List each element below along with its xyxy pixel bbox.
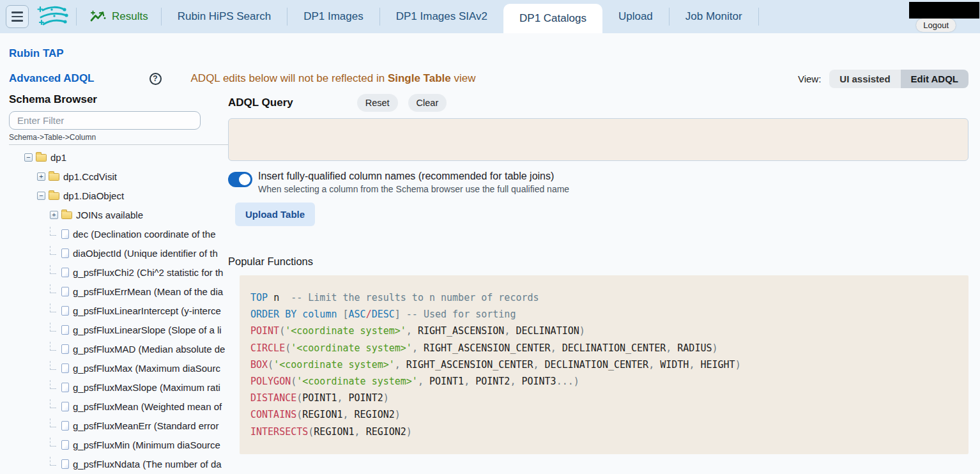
popular-functions-title: Popular Functions: [228, 256, 969, 268]
tree-item[interactable]: g_psfFluxMax (Maximum diaSourc: [9, 358, 228, 378]
tree-item-label: dec (Declination coordinate of the: [73, 229, 215, 240]
tab-label: Rubin HiPS Search: [178, 10, 271, 23]
column-icon: [61, 268, 69, 277]
tree-item-label: diaObjectId (Unique identifier of th: [73, 248, 218, 259]
adql-main-panel: ADQL Query Reset Clear Insert fully-qual…: [228, 93, 980, 474]
tree-item[interactable]: dec (Declination coordinate of the: [9, 224, 228, 243]
tree-item-label: dp1: [50, 152, 66, 163]
tree-item[interactable]: g_psfFluxErrMean (Mean of the dia: [9, 282, 228, 301]
column-icon: [61, 248, 69, 258]
tree-item[interactable]: g_psfFluxLinearSlope (Slope of a li: [9, 320, 228, 339]
tree-item-label: g_psfFluxLinearSlope (Slope of a li: [73, 325, 222, 335]
tree-item-label: g_psfFluxLinearIntercept (y-interce: [73, 305, 221, 316]
tree-item[interactable]: g_psfFluxNdata (The number of da: [9, 454, 228, 473]
view-toggle-group: View: UI assisted Edit ADQL: [798, 70, 969, 88]
tab-results[interactable]: Results: [77, 0, 161, 33]
view-edit-adql-button[interactable]: Edit ADQL: [901, 70, 969, 88]
tree-connector: [50, 303, 56, 312]
folder-icon: [49, 192, 59, 200]
tab-upload[interactable]: Upload: [602, 0, 669, 33]
tab-label: DP1 Catalogs: [519, 12, 586, 25]
logout-button[interactable]: Logout: [916, 19, 956, 32]
tree-item-label: g_psfFluxMean (Weighted mean of: [73, 401, 222, 412]
tree-item-label: g_psfFluxMaxSlope (Maximum rati: [73, 382, 220, 393]
view-ui-assisted-button[interactable]: UI assisted: [829, 70, 900, 88]
column-icon: [61, 229, 69, 239]
collapse-icon[interactable]: −: [24, 153, 33, 162]
tree-connector: [50, 265, 56, 274]
tab-dp1-catalogs[interactable]: DP1 Catalogs: [503, 4, 602, 33]
schema-browser-title: Schema Browser: [9, 93, 228, 106]
tree-item-label: dp1.DiaObject: [63, 190, 124, 201]
code-line: CONTAINS(REGION1, REGION2): [250, 406, 962, 423]
tree-connector: [50, 418, 56, 427]
expand-icon[interactable]: +: [37, 172, 45, 181]
collapse-icon[interactable]: −: [37, 192, 45, 200]
tree-item[interactable]: +JOINs available: [9, 205, 228, 224]
tab-rubin-hips-search[interactable]: Rubin HiPS Search: [162, 0, 287, 33]
upload-table-button[interactable]: Upload Table: [235, 203, 315, 226]
tree-item[interactable]: −dp1: [9, 148, 228, 167]
tree-connector: [50, 438, 56, 447]
tree-connector: [50, 323, 56, 332]
adql-query-title: ADQL Query: [228, 96, 293, 109]
schema-tree: −dp1+dp1.CcdVisit−dp1.DiaObject+JOINs av…: [9, 148, 228, 474]
fully-qualified-toggle[interactable]: [228, 172, 252, 187]
adql-warning: ADQL edits below will not be reflected i…: [191, 72, 476, 85]
tree-item-label: g_psfFluxChi2 (Chi^2 statistic for th: [73, 267, 223, 278]
fully-qualified-toggle-row: Insert fully-qualified column names (rec…: [228, 171, 969, 194]
schema-browser-panel: Schema Browser Schema->Table->Column −dp…: [9, 93, 228, 474]
tree-connector: [50, 227, 56, 236]
reset-button[interactable]: Reset: [357, 94, 398, 112]
code-line: INTERSECTS(REGION1, REGION2): [250, 424, 962, 440]
expand-icon[interactable]: +: [50, 211, 58, 219]
adql-header: ADQL Query Reset Clear: [228, 93, 969, 112]
tab-job-monitor[interactable]: Job Monitor: [670, 0, 758, 33]
code-line: TOP n -- Limit the results to n number o…: [250, 289, 962, 306]
tree-item[interactable]: g_psfFluxMaxSlope (Maximum rati: [9, 378, 228, 397]
tree-item-label: g_psfFluxErrMean (Mean of the dia: [73, 286, 223, 297]
tree-item[interactable]: g_psfFluxMin (Minimum diaSource: [9, 435, 228, 454]
hamburger-menu-button[interactable]: [6, 5, 29, 28]
toggle-knob: [239, 174, 250, 185]
tree-item[interactable]: g_psfFluxLinearIntercept (y-interce: [9, 301, 228, 320]
clear-button[interactable]: Clear: [408, 94, 447, 112]
tree-connector: [50, 399, 56, 408]
popular-functions-code: TOP n -- Limit the results to n number o…: [240, 275, 969, 454]
tree-item[interactable]: diaObjectId (Unique identifier of th: [9, 243, 228, 263]
tree-item[interactable]: g_psfFluxMeanErr (Standard error: [9, 416, 228, 435]
folder-icon: [49, 173, 59, 181]
code-line: ORDER BY column [ASC/DESC] -- Used for s…: [250, 306, 962, 323]
subheader: Advanced ADQL ? ADQL edits below will no…: [9, 69, 969, 88]
tree-item-label: g_psfFluxMeanErr (Standard error: [73, 420, 218, 431]
tree-item[interactable]: −dp1.DiaObject: [9, 186, 228, 205]
tree-item[interactable]: g_psfFluxChi2 (Chi^2 statistic for th: [9, 263, 228, 282]
tree-item-label: dp1.CcdVisit: [63, 171, 117, 182]
tab-label: DP1 Images: [303, 10, 364, 23]
top-bar: Results Rubin HiPS Search DP1 Images DP1…: [0, 0, 980, 33]
tree-connector: [50, 284, 56, 293]
column-icon: [61, 421, 69, 431]
username-redacted: [909, 2, 979, 19]
code-line: BOX('<coordinate system>', RIGHT_ASCENSI…: [250, 356, 962, 373]
column-icon: [61, 325, 69, 335]
adql-query-input[interactable]: [228, 118, 969, 161]
tab-dp1-images[interactable]: DP1 Images: [287, 0, 379, 33]
schema-filter-input[interactable]: [9, 111, 201, 130]
tree-item[interactable]: g_psfFluxMean (Weighted mean of: [9, 397, 228, 416]
page-body: Rubin TAP Advanced ADQL ? ADQL edits bel…: [0, 33, 980, 474]
column-icon: [61, 402, 69, 411]
tree-item-label: g_psfFluxMAD (Median absolute de: [73, 344, 225, 355]
tab-dp1-images-siav2[interactable]: DP1 Images SIAv2: [380, 0, 503, 33]
tree-connector: [50, 246, 56, 255]
code-line: POLYGON('<coordinate system>', POINT1, P…: [250, 373, 962, 390]
tree-item[interactable]: +dp1.CcdVisit: [9, 167, 228, 186]
tree-item[interactable]: g_psfFluxMAD (Median absolute de: [9, 339, 228, 358]
column-icon: [61, 440, 69, 450]
section-title: Advanced ADQL: [9, 72, 95, 85]
help-icon[interactable]: ?: [149, 73, 162, 85]
folder-icon: [36, 154, 47, 162]
tree-item-label: g_psfFluxMin (Minimum diaSource: [73, 440, 220, 450]
firefly-logo: [33, 0, 76, 33]
tree-item-label: g_psfFluxNdata (The number of da: [73, 459, 222, 470]
